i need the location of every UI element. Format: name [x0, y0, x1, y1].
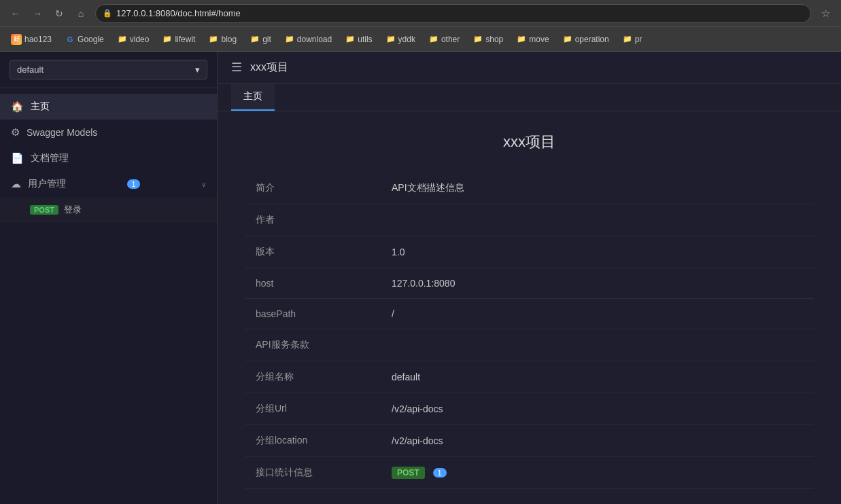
address-bar[interactable]: 🔒 127.0.0.1:8080/doc.html#/home — [95, 4, 811, 23]
browser-toolbar: ← → ↻ ⌂ 🔒 127.0.0.1:8080/doc.html#/home … — [0, 0, 841, 27]
info-key: 版本 — [245, 236, 381, 268]
bookmark-shop[interactable]: 📁 shop — [468, 33, 509, 46]
folder-icon: 📁 — [473, 35, 483, 43]
info-value: 1.0 — [381, 236, 814, 268]
bookmark-label: hao123 — [24, 35, 52, 44]
info-key: host — [245, 268, 381, 299]
bookmark-download[interactable]: 📁 download — [279, 33, 337, 46]
folder-icon: 📁 — [623, 35, 632, 43]
nav-buttons: ← → ↻ ⌂ — [7, 5, 90, 22]
folder-icon: 📁 — [162, 35, 172, 43]
info-value: /v2/api-docs — [381, 425, 814, 457]
sidebar-nav: 🏠 主页 ⚙ Swagger Models 📄 文档管理 ☁ 用户管理 1 ∨ — [0, 88, 217, 504]
table-row: 分组Url /v2/api-docs — [245, 393, 814, 425]
bookmark-pr[interactable]: 📁 pr — [617, 33, 648, 46]
sidebar-item-home[interactable]: 🏠 主页 — [0, 94, 217, 120]
sidebar: default ▾ 🏠 主页 ⚙ Swagger Models 📄 文档管理 — [0, 52, 218, 504]
cloud-icon: ☁ — [11, 178, 21, 190]
folder-icon: 📁 — [345, 35, 355, 43]
info-key: 简介 — [245, 173, 381, 204]
bookmark-label: utils — [358, 35, 372, 44]
page-title: xxx项目 — [250, 60, 288, 75]
chevron-down-icon: ▾ — [195, 65, 200, 75]
info-value: / — [381, 299, 814, 329]
refresh-button[interactable]: ↻ — [50, 5, 68, 22]
select-value: default — [17, 65, 44, 75]
gear-icon: ⚙ — [11, 126, 20, 139]
folder-icon: 📁 — [250, 35, 260, 43]
info-value: 127.0.0.1:8080 — [381, 268, 814, 299]
table-row: 分组location /v2/api-docs — [245, 425, 814, 457]
folder-icon: 📁 — [285, 35, 294, 43]
bookmark-label: blog — [221, 35, 237, 44]
folder-icon: 📁 — [563, 35, 572, 43]
home-button[interactable]: ⌂ — [72, 5, 90, 22]
info-key: 分组名称 — [245, 361, 381, 393]
sidebar-item-users[interactable]: ☁ 用户管理 1 ∨ — [0, 171, 217, 197]
table-row: 版本 1.0 — [245, 236, 814, 268]
info-table: 简介 API文档描述信息 作者 版本 1.0 host — [245, 173, 814, 489]
info-value — [381, 329, 814, 361]
info-value — [381, 204, 814, 236]
sidebar-item-docs[interactable]: 📄 文档管理 — [0, 145, 217, 171]
chevron-right-icon: ∨ — [201, 181, 206, 188]
bookmark-utils[interactable]: 📁 utils — [340, 33, 377, 46]
url-text: 127.0.0.1:8080/doc.html#/home — [116, 8, 241, 18]
bookmark-lifewit[interactable]: 📁 lifewit — [157, 33, 201, 46]
content-area: xxx项目 简介 API文档描述信息 作者 版本 1.0 — [218, 111, 841, 504]
bookmark-star-button[interactable]: ☆ — [817, 5, 834, 22]
info-value: /v2/api-docs — [381, 393, 814, 425]
forward-button[interactable]: → — [29, 5, 46, 22]
sidebar-subitem-label: 登录 — [64, 204, 82, 216]
bookmark-label: download — [297, 35, 332, 44]
bookmark-hao123[interactable]: 好 hao123 — [5, 32, 57, 47]
bookmark-video[interactable]: 📁 video — [112, 33, 155, 46]
table-row: 接口统计信息 POST 1 — [245, 457, 814, 489]
browser-window: ← → ↻ ⌂ 🔒 127.0.0.1:8080/doc.html#/home … — [0, 0, 841, 504]
back-button[interactable]: ← — [7, 5, 24, 22]
folder-icon: 📁 — [386, 35, 396, 43]
app-container: default ▾ 🏠 主页 ⚙ Swagger Models 📄 文档管理 — [0, 52, 841, 504]
bookmark-label: Google — [78, 35, 104, 44]
sidebar-item-label: 用户管理 — [28, 178, 66, 190]
post-method-badge: POST — [392, 467, 425, 479]
post-method-badge: POST — [30, 205, 58, 215]
bookmark-move[interactable]: 📁 move — [511, 33, 554, 46]
sidebar-subitem-login[interactable]: POST 登录 — [0, 197, 217, 223]
menu-icon[interactable]: ☰ — [231, 60, 242, 75]
table-row: 作者 — [245, 204, 814, 236]
document-icon: 📄 — [11, 152, 24, 164]
bookmark-operation[interactable]: 📁 operation — [557, 33, 615, 46]
bookmark-blog[interactable]: 📁 blog — [203, 33, 242, 46]
lock-icon: 🔒 — [103, 9, 112, 18]
project-select[interactable]: default ▾ — [10, 60, 207, 79]
bookmark-label: yddk — [398, 35, 415, 44]
tab-home[interactable]: 主页 — [231, 84, 275, 111]
bookmarks-bar: 好 hao123 G Google 📁 video 📁 lifewit 📁 bl… — [0, 27, 841, 52]
bookmark-label: operation — [575, 35, 609, 44]
info-key: 分组location — [245, 425, 381, 457]
sidebar-header: default ▾ — [0, 52, 217, 88]
bookmark-label: shop — [485, 35, 503, 44]
info-key: 分组Url — [245, 393, 381, 425]
home-icon: 🏠 — [11, 101, 24, 113]
info-key: basePath — [245, 299, 381, 329]
google-icon: G — [65, 35, 75, 44]
bookmark-git[interactable]: 📁 git — [245, 33, 277, 46]
folder-icon: 📁 — [429, 35, 439, 43]
bookmark-google[interactable]: G Google — [60, 33, 109, 46]
bookmark-label: video — [130, 35, 150, 44]
sidebar-item-swagger[interactable]: ⚙ Swagger Models — [0, 120, 217, 145]
project-title: xxx项目 — [245, 132, 814, 152]
stats-count-badge: 1 — [433, 468, 447, 478]
folder-icon: 📁 — [209, 35, 218, 43]
folder-icon: 📁 — [118, 35, 127, 43]
table-row: basePath / — [245, 299, 814, 329]
bookmark-yddk[interactable]: 📁 yddk — [381, 33, 421, 46]
table-row: 分组名称 default — [245, 361, 814, 393]
bookmark-label: lifewit — [175, 35, 195, 44]
bookmark-other[interactable]: 📁 other — [424, 33, 465, 46]
main-header: ☰ xxx项目 — [218, 52, 841, 84]
hao123-icon: 好 — [11, 34, 22, 45]
tabs-bar: 主页 — [218, 84, 841, 111]
